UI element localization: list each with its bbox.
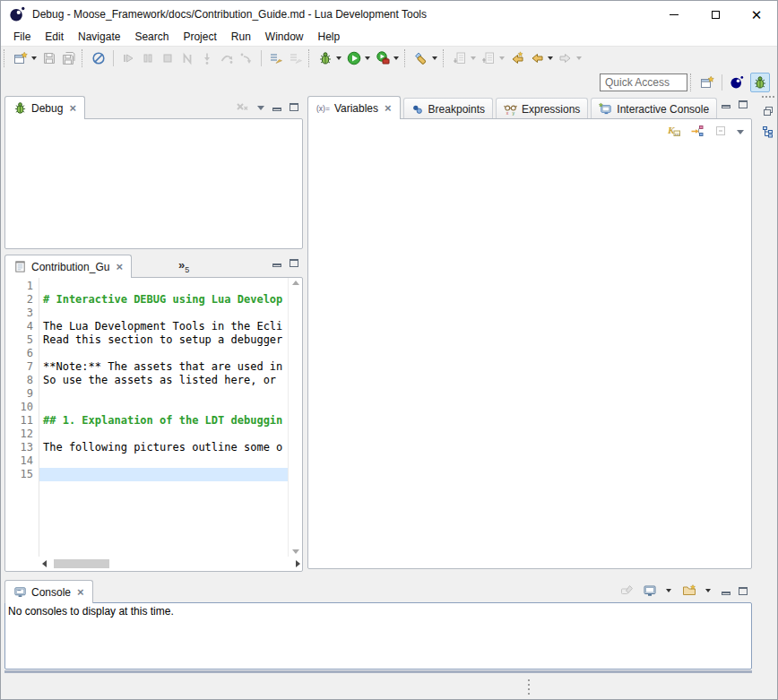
menu-navigate[interactable]: Navigate xyxy=(71,29,127,45)
menu-run[interactable]: Run xyxy=(224,29,258,45)
debug-launch-dropdown[interactable] xyxy=(336,56,341,60)
collapse-all-icon[interactable] xyxy=(713,124,728,138)
editor-line[interactable] xyxy=(39,347,288,360)
run-launch-button[interactable] xyxy=(344,48,364,68)
scroll-up-icon[interactable] xyxy=(292,281,299,285)
tab-breakpoints[interactable]: Breakpoints xyxy=(403,98,493,119)
minimize-view-icon[interactable] xyxy=(722,105,730,108)
terminate-button[interactable] xyxy=(158,48,177,68)
next-annotation-button[interactable] xyxy=(450,48,470,68)
trim-drag-handle[interactable] xyxy=(762,96,774,98)
open-console-icon[interactable] xyxy=(682,583,696,598)
view-menu-icon[interactable] xyxy=(257,106,264,110)
scrollbar-thumb[interactable] xyxy=(54,559,109,568)
minimize-view-icon[interactable] xyxy=(272,108,281,111)
scroll-right-icon[interactable] xyxy=(296,560,300,567)
editor-tab-close-icon[interactable]: × xyxy=(116,261,123,272)
editor-vertical-scrollbar[interactable] xyxy=(288,278,302,557)
editor-line[interactable]: ## 1. Explanation of the LDT debuggin xyxy=(39,414,288,428)
window-close-button[interactable]: ✕ xyxy=(736,1,777,28)
last-edit-location-button[interactable] xyxy=(507,48,527,68)
editor-tab[interactable]: Contribution_Gu × xyxy=(4,255,132,278)
outline-view-icon[interactable] xyxy=(761,125,775,139)
skip-all-breakpoints-button[interactable] xyxy=(89,48,108,68)
remove-terminated-icon[interactable] xyxy=(235,99,249,114)
display-selected-console-icon[interactable] xyxy=(643,583,657,598)
editor-line[interactable] xyxy=(39,307,288,320)
back-button[interactable] xyxy=(527,48,547,68)
open-console-dropdown[interactable] xyxy=(705,589,711,592)
menu-help[interactable]: Help xyxy=(311,29,348,45)
menu-search[interactable]: Search xyxy=(127,29,176,45)
open-perspective-button[interactable] xyxy=(697,73,717,92)
back-dropdown[interactable] xyxy=(548,56,553,60)
forward-button[interactable] xyxy=(556,48,575,68)
editor-line[interactable]: So use the assets as listed here, or xyxy=(39,374,288,387)
previous-annotation-dropdown[interactable] xyxy=(499,56,505,60)
use-step-filters-button[interactable] xyxy=(266,48,286,68)
edit-step-filters-button[interactable] xyxy=(286,48,306,68)
code-area[interactable]: # Interactive DEBUG using Lua DevelopThe… xyxy=(39,278,288,557)
variables-close-icon[interactable]: × xyxy=(385,102,392,114)
console-content[interactable]: No consoles to display at this time. xyxy=(4,602,752,670)
editor-line[interactable]: Read this section to setup a debugger xyxy=(39,333,288,347)
step-into-button[interactable] xyxy=(197,48,217,68)
editor-line[interactable] xyxy=(39,428,288,441)
search-button[interactable] xyxy=(411,48,431,68)
tab-expressions[interactable]: xy Expressions xyxy=(496,98,588,119)
editor-line[interactable]: The Lua Development Tools in the Ecli xyxy=(39,320,288,333)
show-type-names-icon[interactable]: K xyxy=(667,124,681,138)
maximize-view-icon[interactable] xyxy=(290,259,298,267)
window-minimize-button[interactable] xyxy=(653,1,695,28)
save-button[interactable] xyxy=(39,48,59,68)
display-console-dropdown[interactable] xyxy=(666,589,671,592)
editor-horizontal-scrollbar[interactable] xyxy=(40,557,302,571)
new-wizard-button[interactable] xyxy=(11,48,30,68)
view-menu-icon[interactable] xyxy=(737,130,744,134)
status-bar-drag-handle[interactable] xyxy=(528,679,530,695)
minimize-view-icon[interactable] xyxy=(272,264,281,267)
external-tools-dropdown[interactable] xyxy=(393,56,399,60)
search-dropdown[interactable] xyxy=(432,56,437,60)
debug-launch-button[interactable] xyxy=(316,48,335,68)
menu-file[interactable]: File xyxy=(6,29,38,45)
debug-perspective-button[interactable] xyxy=(750,73,770,92)
previous-annotation-button[interactable] xyxy=(479,48,498,68)
forward-dropdown[interactable] xyxy=(576,56,582,60)
new-wizard-dropdown[interactable] xyxy=(31,56,37,60)
maximize-view-icon[interactable] xyxy=(739,587,748,595)
external-tools-button[interactable] xyxy=(373,48,393,68)
scroll-down-icon[interactable] xyxy=(292,549,299,554)
menu-project[interactable]: Project xyxy=(176,29,223,45)
menu-edit[interactable]: Edit xyxy=(38,29,71,45)
step-over-button[interactable] xyxy=(217,48,237,68)
editor-line[interactable]: The following pictures outline some o xyxy=(39,441,288,454)
console-tab[interactable]: Console × xyxy=(4,580,93,603)
debug-view-content[interactable] xyxy=(4,118,303,249)
editor-line[interactable] xyxy=(39,468,288,481)
window-maximize-button[interactable] xyxy=(695,1,736,28)
console-close-icon[interactable]: × xyxy=(77,586,84,598)
resume-button[interactable] xyxy=(118,48,138,68)
tab-variables[interactable]: (x)= Variables × xyxy=(307,96,401,119)
show-logical-structures-icon[interactable] xyxy=(690,124,705,138)
quick-access-input[interactable]: Quick Access xyxy=(600,73,687,91)
menu-window[interactable]: Window xyxy=(258,29,311,45)
maximize-view-icon[interactable] xyxy=(739,100,748,108)
next-annotation-dropdown[interactable] xyxy=(471,56,476,60)
lua-perspective-button[interactable] xyxy=(727,73,747,92)
scroll-left-icon[interactable] xyxy=(42,560,47,567)
suspend-button[interactable] xyxy=(138,48,158,68)
disconnect-button[interactable] xyxy=(177,48,197,68)
restore-view-icon[interactable] xyxy=(761,104,775,118)
debug-view-tab[interactable]: Debug × xyxy=(4,96,85,119)
editor-line[interactable] xyxy=(39,401,288,414)
maximize-view-icon[interactable] xyxy=(290,103,298,111)
run-launch-dropdown[interactable] xyxy=(365,56,370,60)
tab-interactive-console[interactable]: Interactive Console xyxy=(591,98,717,119)
pin-console-icon[interactable] xyxy=(620,583,635,598)
hidden-editors-chevron[interactable]: »5 xyxy=(178,258,189,274)
debug-view-close-icon[interactable]: × xyxy=(69,102,76,114)
editor-line[interactable]: # Interactive DEBUG using Lua Develop xyxy=(39,293,288,307)
editor-line[interactable]: **Note:** The assets that are used in xyxy=(39,360,288,374)
